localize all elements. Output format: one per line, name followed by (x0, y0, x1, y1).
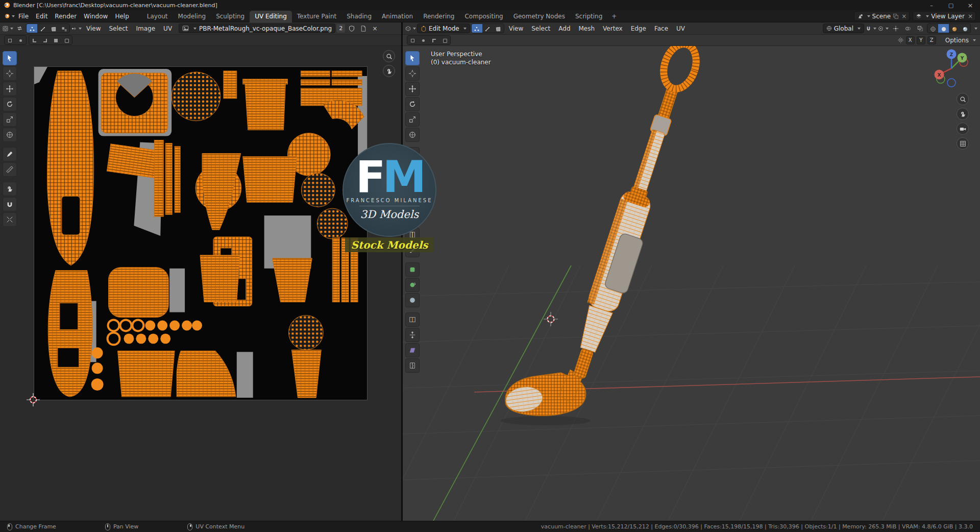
tool-scale[interactable] (3, 112, 17, 127)
snap-toggle[interactable] (866, 23, 876, 33)
tool-poly-build[interactable] (405, 262, 420, 277)
new-image-button[interactable] (358, 23, 369, 33)
v3d-menu-vertex[interactable]: Vertex (599, 25, 626, 32)
tool-scale[interactable] (405, 112, 420, 127)
sticky-selection-dropdown[interactable] (71, 23, 82, 33)
vertex-mode-button[interactable] (472, 24, 482, 33)
gizmo-neg-z[interactable] (947, 79, 955, 87)
pan-hand-icon[interactable] (383, 65, 395, 77)
uv-option-button-3[interactable] (51, 36, 61, 45)
shading-material-button[interactable] (949, 24, 960, 33)
ts-button-2[interactable] (418, 36, 429, 45)
menu-render[interactable]: Render (51, 10, 80, 22)
tab-rendering[interactable]: Rendering (418, 11, 459, 22)
v3d-menu-view[interactable]: View (505, 25, 527, 32)
v3d-menu-select[interactable]: Select (528, 25, 554, 32)
tab-scripting[interactable]: Scripting (570, 11, 607, 22)
v3d-menu-add[interactable]: Add (555, 25, 574, 32)
uv-select-face-button[interactable] (48, 24, 59, 33)
pan-hand-icon[interactable] (957, 108, 969, 120)
v3d-canvas[interactable]: User Perspective (0) vacuum-cleaner (403, 46, 980, 521)
uv-select-edge-button[interactable] (37, 24, 48, 33)
ts-button-3[interactable] (429, 36, 439, 45)
pivot-button-1[interactable] (5, 36, 15, 45)
tool-tweak[interactable] (3, 51, 17, 65)
image-datablock-selector[interactable]: PBR-MetalRough_vc-opaque_BaseColor.png (179, 23, 335, 33)
proportional-editing-toggle[interactable] (878, 23, 889, 33)
menu-help[interactable]: Help (111, 10, 132, 22)
image-users-count[interactable]: 2 (336, 24, 345, 33)
ortho-grid-icon[interactable] (957, 137, 969, 150)
unlink-scene-icon[interactable]: × (901, 13, 906, 20)
zoom-icon[interactable] (383, 50, 395, 62)
tool-cursor[interactable] (405, 66, 420, 81)
tab-texture-paint[interactable]: Texture Paint (292, 11, 341, 22)
tool-pinch[interactable] (3, 212, 17, 227)
tool-relax[interactable] (3, 197, 17, 211)
uv-sync-selection-toggle[interactable] (14, 23, 25, 33)
menu-file[interactable]: File (15, 10, 32, 22)
minimize-button[interactable]: – (922, 0, 941, 10)
tool-transform[interactable] (405, 128, 420, 142)
tool-smooth[interactable] (405, 293, 420, 307)
new-scene-icon[interactable] (893, 13, 898, 19)
pivot-button-2[interactable] (15, 36, 26, 45)
tool-grab[interactable] (3, 182, 17, 196)
tool-move[interactable] (405, 82, 420, 96)
editor-type-button[interactable] (405, 23, 416, 33)
tab-shading[interactable]: Shading (341, 11, 377, 22)
chevron-down-icon[interactable] (974, 28, 977, 30)
uv-menu-image[interactable]: Image (133, 25, 159, 32)
overlays-toggle[interactable] (902, 23, 913, 33)
blender-menu-button[interactable] (4, 11, 15, 21)
tool-transform[interactable] (3, 128, 17, 142)
unlink-image-button[interactable]: × (370, 23, 380, 33)
mirror-y-toggle[interactable]: Y (917, 36, 925, 44)
menu-window[interactable]: Window (80, 10, 111, 22)
tool-rip-region[interactable] (405, 358, 420, 373)
show-gizmo-toggle[interactable] (890, 23, 901, 33)
menu-edit[interactable]: Edit (32, 10, 51, 22)
tab-animation[interactable]: Animation (377, 11, 418, 22)
tool-edge-slide[interactable] (405, 312, 420, 327)
zoom-icon[interactable] (957, 93, 969, 105)
unlink-view-layer-icon[interactable]: × (968, 13, 973, 20)
ts-button-4[interactable] (439, 36, 450, 45)
uv-menu-view[interactable]: View (83, 25, 104, 32)
tab-uv-editing[interactable]: UV Editing (250, 11, 292, 22)
tool-measure[interactable] (3, 162, 17, 177)
tool-cursor[interactable] (3, 66, 17, 81)
editor-type-button[interactable] (3, 23, 13, 33)
maximize-button[interactable]: ▢ (941, 0, 961, 10)
tool-rotate[interactable] (405, 97, 420, 111)
tool-rotate[interactable] (3, 97, 17, 111)
uv-select-vertex-button[interactable] (27, 24, 37, 33)
face-mode-button[interactable] (493, 24, 504, 33)
tab-sculpting[interactable]: Sculpting (211, 11, 250, 22)
v3d-menu-edge[interactable]: Edge (627, 25, 650, 32)
tool-annotate[interactable] (3, 147, 17, 161)
tab-geometry-nodes[interactable]: Geometry Nodes (508, 11, 570, 22)
options-dropdown[interactable]: Options (945, 37, 969, 44)
v3d-menu-face[interactable]: Face (651, 25, 672, 32)
tool-spin[interactable] (405, 278, 420, 292)
orientation-dropdown[interactable]: Global (823, 23, 864, 33)
uv-option-button-1[interactable] (29, 36, 40, 45)
shading-solid-button[interactable] (938, 24, 949, 33)
v3d-menu-mesh[interactable]: Mesh (575, 25, 599, 32)
tool-tweak[interactable] (405, 51, 420, 65)
tool-move[interactable] (3, 82, 17, 96)
shading-wireframe-button[interactable] (927, 24, 938, 33)
edge-mode-button[interactable] (482, 24, 493, 33)
xray-toggle[interactable] (915, 23, 925, 33)
uv-menu-select[interactable]: Select (105, 25, 131, 32)
tool-shrink-fatten[interactable] (405, 328, 420, 342)
uv-menu-uv[interactable]: UV (160, 25, 176, 32)
vacuum-cleaner-mesh[interactable] (501, 46, 705, 425)
navigation-gizmo[interactable]: X Y Z (930, 47, 973, 90)
view-layer-selector[interactable]: View Layer × (913, 11, 976, 21)
ts-button-1[interactable] (407, 36, 418, 45)
uv-option-button-2[interactable] (40, 36, 51, 45)
uv-image[interactable] (34, 66, 368, 400)
tool-shear[interactable] (405, 343, 420, 357)
